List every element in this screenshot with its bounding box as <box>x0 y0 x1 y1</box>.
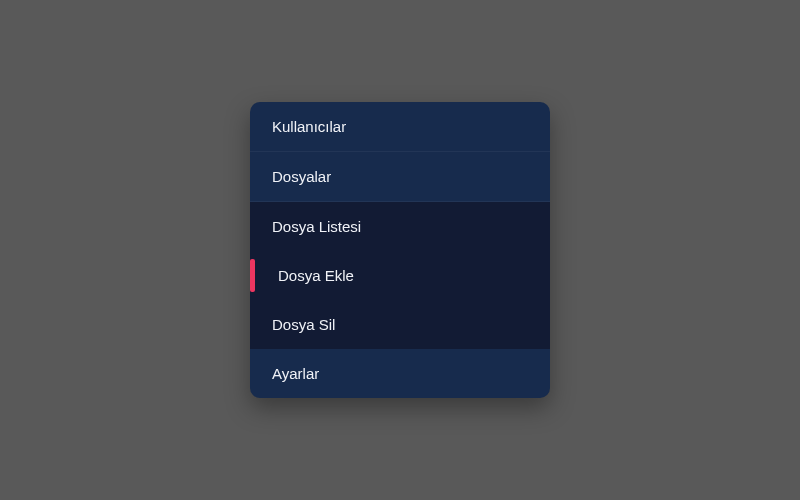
menu-item-label: Dosya Listesi <box>272 218 361 235</box>
navigation-menu: Kullanıcılar Dosyalar Dosya Listesi Dosy… <box>250 102 550 398</box>
menu-item-files[interactable]: Dosyalar <box>250 152 550 202</box>
menu-item-users[interactable]: Kullanıcılar <box>250 102 550 152</box>
menu-item-settings[interactable]: Ayarlar <box>250 349 550 398</box>
menu-item-label: Dosya Sil <box>272 316 335 333</box>
menu-item-label: Dosyalar <box>272 168 331 185</box>
menu-item-label: Ayarlar <box>272 365 319 382</box>
submenu-files: Dosya Listesi Dosya Ekle Dosya Sil <box>250 202 550 349</box>
menu-item-label: Dosya Ekle <box>278 267 354 284</box>
submenu-item-add-file[interactable]: Dosya Ekle <box>250 251 550 300</box>
submenu-item-delete-file[interactable]: Dosya Sil <box>250 300 550 349</box>
menu-item-label: Kullanıcılar <box>272 118 346 135</box>
submenu-item-file-list[interactable]: Dosya Listesi <box>250 202 550 251</box>
